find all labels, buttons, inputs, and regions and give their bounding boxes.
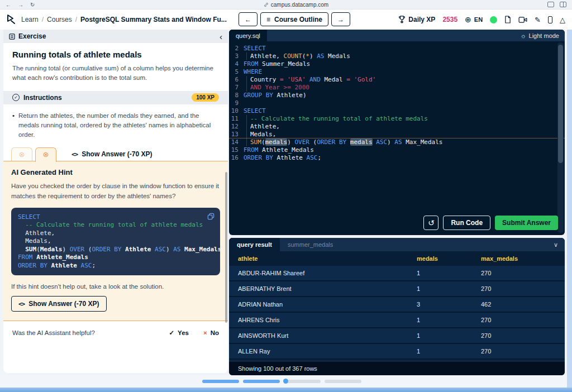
hint-tab-1[interactable]: ⊗ <box>11 147 32 161</box>
code-line[interactable]: 15FROM Athlete_Medals <box>229 146 565 154</box>
code-line[interactable]: 10SELECT <box>229 107 565 115</box>
breadcrumb-learn[interactable]: Learn <box>21 16 39 23</box>
submit-answer-button[interactable]: Submit Answer <box>495 216 558 230</box>
column-header-medals[interactable]: medals <box>417 255 481 262</box>
menu-icon: ≡ <box>266 16 270 23</box>
table-row[interactable]: ALLEN Ray1270 <box>229 344 565 360</box>
instructions-header: ✓ Instructions 100 XP <box>3 91 228 104</box>
link-icon <box>264 2 269 7</box>
daily-xp-value: 2535 <box>442 16 457 23</box>
line-number: 3 <box>229 52 244 60</box>
line-number: 11 <box>229 115 244 123</box>
editor-scrollbar-thumb[interactable] <box>558 45 563 163</box>
notes-pencil-icon[interactable]: ✎ <box>535 16 541 24</box>
exercise-header-label: Exercise <box>18 32 216 40</box>
table-row[interactable]: ABERNATHY Brent1270 <box>229 281 565 297</box>
breadcrumb-course-title[interactable]: PostgreSQL Summary Stats and Window Fu..… <box>80 16 227 23</box>
cross-icon: × <box>203 329 207 336</box>
reset-code-button[interactable]: ↺ <box>423 216 438 230</box>
code-line[interactable]: 16ORDER BY Athlete ASC; <box>229 154 565 162</box>
breadcrumb: Learn / Courses / PostgreSQL Summary Sta… <box>21 16 227 23</box>
line-number: 15 <box>229 146 244 154</box>
editor-file-tab[interactable]: query.sql <box>229 30 267 41</box>
code-line: -- Calculate the running total of athlet… <box>18 221 213 230</box>
editor-scrollbar[interactable] <box>557 42 564 233</box>
table-row[interactable]: AHRENS Chris1270 <box>229 313 565 328</box>
left-panel-scrollbar[interactable] <box>225 172 227 323</box>
video-icon[interactable] <box>518 17 527 23</box>
hint-tab-2[interactable]: ⊗ <box>35 147 56 162</box>
table-cell-athlete: ALLEN Ray <box>229 348 417 355</box>
tab-query-result[interactable]: query result <box>229 238 280 251</box>
code-line[interactable]: 8GROUP BY Athlete) <box>229 92 565 99</box>
browser-extension-icon[interactable] <box>547 2 554 7</box>
collapse-panel-icon[interactable]: ‹ <box>220 32 222 41</box>
next-exercise-button[interactable]: → <box>331 12 350 26</box>
browser-back-icon[interactable]: ← <box>6 2 11 8</box>
exercise-title: Running totals of athlete medals <box>12 50 219 59</box>
datacamp-logo[interactable] <box>6 14 17 25</box>
show-answer-top-button[interactable]: <> Show Answer (-70 XP) <box>72 150 152 158</box>
instruction-text: Return the athletes, the number of medal… <box>18 111 219 140</box>
mobile-icon[interactable] <box>548 16 552 23</box>
sun-icon: ☼ <box>520 32 526 39</box>
line-number: 5 <box>229 68 244 76</box>
feedback-yes-button[interactable]: ✓ Yes <box>169 329 188 337</box>
code-line[interactable]: 6Country = 'USA' AND Medal = 'Gold' <box>229 76 565 84</box>
course-outline-button[interactable]: ≡ Course Outline <box>260 12 328 26</box>
xp-badge: 100 XP <box>192 93 219 102</box>
browser-split-view-icon[interactable] <box>560 2 566 7</box>
code-line[interactable]: 9 <box>229 99 565 107</box>
browser-reload-icon[interactable]: ↻ <box>30 2 35 8</box>
window-frame-right <box>567 30 572 388</box>
tab-summer-medals[interactable]: summer_medals <box>280 238 341 251</box>
table-row[interactable]: ADRIAN Nathan3462 <box>229 297 565 313</box>
code-line[interactable]: 12Athlete, <box>229 123 565 131</box>
copy-icon[interactable] <box>207 213 214 220</box>
code-line[interactable]: 2SELECT <box>229 45 565 52</box>
code-line[interactable]: 4FROM Summer_Medals <box>229 60 565 68</box>
daily-xp-label: Daily XP <box>408 16 435 23</box>
language-label[interactable]: EN <box>474 16 483 23</box>
code-brackets-icon: <> <box>72 151 78 158</box>
collapse-results-icon[interactable]: ∨ <box>547 238 565 251</box>
column-header-max-medals[interactable]: max_medals <box>481 255 565 262</box>
code-editor[interactable]: 2SELECT3Athlete, COUNT(*) AS Medals4FROM… <box>229 41 565 162</box>
progress-segment-2[interactable] <box>243 380 280 383</box>
column-header-athlete[interactable]: athlete <box>229 255 417 262</box>
slides-icon[interactable] <box>504 16 511 23</box>
run-code-button[interactable]: Run Code <box>443 216 490 230</box>
user-avatar[interactable] <box>490 16 497 23</box>
instruction-item: • Return the athletes, the number of med… <box>3 104 228 146</box>
progress-segment-1[interactable] <box>202 380 239 383</box>
check-circle-icon: ✓ <box>12 94 20 101</box>
table-cell-medals: 1 <box>417 348 481 355</box>
table-row[interactable]: AINSWORTH Kurt1270 <box>229 328 565 344</box>
progress-segment-3[interactable] <box>284 380 321 383</box>
code-line[interactable]: 13Medals, <box>229 131 565 138</box>
report-issue-icon[interactable]: △ <box>560 16 565 24</box>
show-answer-button[interactable]: <> Show Answer (-70 XP) <box>11 296 107 312</box>
line-number: 9 <box>229 99 244 107</box>
browser-forward-icon[interactable]: → <box>18 2 23 8</box>
code-line[interactable]: 11-- Calculate the running total of athl… <box>229 115 565 123</box>
table-row[interactable]: ABDUR-RAHIM Shareef1270 <box>229 266 565 281</box>
light-mode-toggle[interactable]: ☼ Light mode <box>514 30 565 41</box>
previous-exercise-button[interactable]: ← <box>239 12 258 26</box>
line-number: 4 <box>229 60 244 68</box>
feedback-no-button[interactable]: × No <box>203 329 219 336</box>
code-line[interactable]: 3Athlete, COUNT(*) AS Medals <box>229 52 565 60</box>
progress-segment-4[interactable] <box>325 380 361 383</box>
ai-hint-panel: AI Generated Hint Have you checked the o… <box>3 161 228 321</box>
line-number: 8 <box>229 92 244 99</box>
table-cell-max_medals: 462 <box>481 301 565 308</box>
code-line[interactable]: 5WHERE <box>229 68 565 76</box>
globe-icon[interactable]: ⊕ <box>465 15 471 24</box>
address-bar[interactable]: campus.datacamp.com <box>45 2 547 8</box>
code-line[interactable]: 7AND Year >= 2000 <box>229 84 565 92</box>
table-cell-max_medals: 270 <box>481 317 565 323</box>
code-line[interactable]: 14SUM(medals) OVER (ORDER BY medals ASC)… <box>229 138 565 146</box>
breadcrumb-courses[interactable]: Courses <box>47 16 72 23</box>
table-cell-medals: 1 <box>417 285 481 292</box>
code-line: Athlete, <box>18 230 213 238</box>
